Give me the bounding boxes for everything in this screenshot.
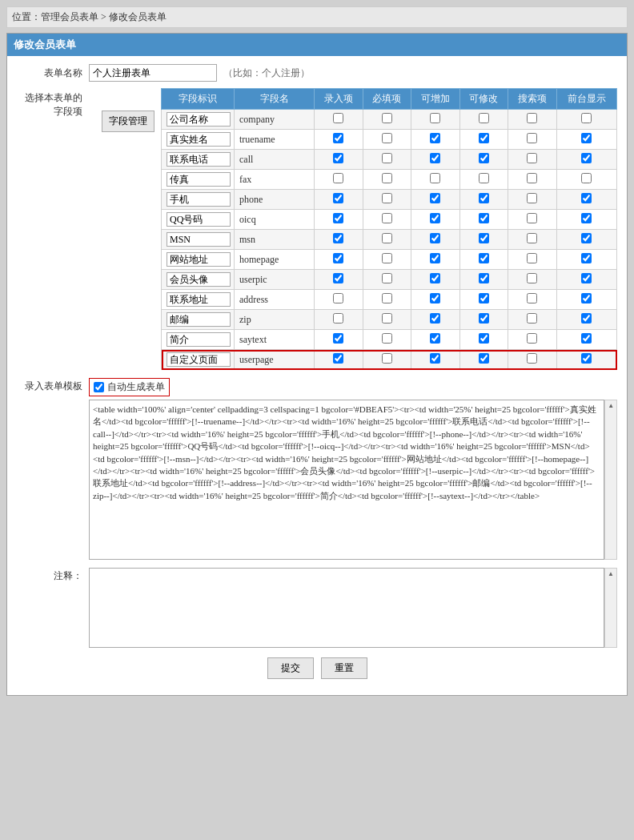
checkbox-required[interactable] <box>382 133 392 143</box>
checkbox-editable[interactable] <box>479 173 489 183</box>
checkbox-display[interactable] <box>581 213 592 223</box>
checkbox-searchable[interactable] <box>527 233 537 243</box>
checkbox-searchable[interactable] <box>527 113 537 123</box>
checkbox-editable[interactable] <box>479 113 489 123</box>
checkbox-rukuitem[interactable] <box>333 193 343 203</box>
field-label-input[interactable] <box>167 252 231 267</box>
checkbox-editable[interactable] <box>479 353 489 364</box>
form-name-input[interactable] <box>89 64 217 82</box>
checkbox-editable[interactable] <box>479 253 489 263</box>
checkbox-rukuitem[interactable] <box>333 333 343 344</box>
checkbox-display[interactable] <box>581 333 592 344</box>
field-label-input[interactable] <box>167 352 231 367</box>
checkbox-display[interactable] <box>581 273 592 283</box>
checkbox-searchable[interactable] <box>527 213 537 223</box>
field-label-input[interactable] <box>167 312 231 327</box>
checkbox-addable[interactable] <box>430 113 440 123</box>
checkbox-display[interactable] <box>581 293 592 303</box>
checkbox-addable[interactable] <box>430 333 440 344</box>
checkbox-required[interactable] <box>382 193 392 203</box>
field-label-input[interactable] <box>167 152 231 167</box>
template-scrollbar[interactable]: ▲ <box>604 400 617 560</box>
field-label-input[interactable] <box>167 112 231 127</box>
checkbox-searchable[interactable] <box>527 133 537 143</box>
checkbox-addable[interactable] <box>430 153 440 163</box>
checkbox-display[interactable] <box>581 153 592 163</box>
checkbox-required[interactable] <box>382 253 392 263</box>
notes-scroll-up-icon[interactable]: ▲ <box>608 570 614 577</box>
checkbox-addable[interactable] <box>430 353 440 364</box>
checkbox-required[interactable] <box>382 313 392 324</box>
checkbox-addable[interactable] <box>430 133 440 143</box>
field-label-input[interactable] <box>167 332 231 347</box>
checkbox-rukuitem[interactable] <box>333 353 343 364</box>
checkbox-addable[interactable] <box>430 313 440 324</box>
checkbox-required[interactable] <box>382 113 392 123</box>
checkbox-editable[interactable] <box>479 193 489 203</box>
field-label-input[interactable] <box>167 172 231 187</box>
checkbox-addable[interactable] <box>430 193 440 203</box>
checkbox-editable[interactable] <box>479 213 489 223</box>
checkbox-addable[interactable] <box>430 253 440 263</box>
checkbox-rukuitem[interactable] <box>333 293 343 303</box>
checkbox-display[interactable] <box>581 113 592 123</box>
checkbox-addable[interactable] <box>430 173 440 183</box>
checkbox-addable[interactable] <box>430 293 440 303</box>
checkbox-searchable[interactable] <box>527 353 537 364</box>
checkbox-searchable[interactable] <box>527 293 537 303</box>
checkbox-editable[interactable] <box>479 333 489 344</box>
checkbox-display[interactable] <box>581 353 592 364</box>
checkbox-rukuitem[interactable] <box>333 133 343 143</box>
field-label-input[interactable] <box>167 272 231 287</box>
template-textarea[interactable] <box>89 400 604 560</box>
checkbox-editable[interactable] <box>479 313 489 324</box>
field-label-input[interactable] <box>167 212 231 227</box>
checkbox-rukuitem[interactable] <box>333 253 343 263</box>
checkbox-display[interactable] <box>581 253 592 263</box>
checkbox-display[interactable] <box>581 133 592 143</box>
checkbox-searchable[interactable] <box>527 173 537 183</box>
checkbox-addable[interactable] <box>430 273 440 283</box>
checkbox-searchable[interactable] <box>527 253 537 263</box>
checkbox-required[interactable] <box>382 233 392 243</box>
reset-button[interactable]: 重置 <box>321 657 367 679</box>
checkbox-rukuitem[interactable] <box>333 313 343 324</box>
submit-button[interactable]: 提交 <box>267 657 314 679</box>
checkbox-rukuitem[interactable] <box>333 213 343 223</box>
checkbox-rukuitem[interactable] <box>333 113 343 123</box>
notes-textarea[interactable] <box>89 568 604 648</box>
field-mgmt-button[interactable]: 字段管理 <box>102 111 154 132</box>
checkbox-searchable[interactable] <box>527 313 537 324</box>
checkbox-required[interactable] <box>382 213 392 223</box>
checkbox-required[interactable] <box>382 293 392 303</box>
checkbox-searchable[interactable] <box>527 333 537 344</box>
checkbox-searchable[interactable] <box>527 153 537 163</box>
checkbox-editable[interactable] <box>479 233 489 243</box>
field-label-input[interactable] <box>167 132 231 147</box>
checkbox-rukuitem[interactable] <box>333 153 343 163</box>
checkbox-required[interactable] <box>382 153 392 163</box>
checkbox-addable[interactable] <box>430 233 440 243</box>
checkbox-display[interactable] <box>581 233 592 243</box>
checkbox-rukuitem[interactable] <box>333 273 343 283</box>
checkbox-editable[interactable] <box>479 153 489 163</box>
checkbox-required[interactable] <box>382 333 392 344</box>
checkbox-required[interactable] <box>382 273 392 283</box>
checkbox-display[interactable] <box>581 313 592 324</box>
checkbox-required[interactable] <box>382 353 392 364</box>
scroll-up-icon[interactable]: ▲ <box>608 402 614 409</box>
checkbox-searchable[interactable] <box>527 193 537 203</box>
checkbox-addable[interactable] <box>430 213 440 223</box>
checkbox-rukuitem[interactable] <box>333 233 343 243</box>
checkbox-display[interactable] <box>581 173 592 183</box>
field-label-input[interactable] <box>167 232 231 247</box>
checkbox-editable[interactable] <box>479 273 489 283</box>
notes-scrollbar[interactable]: ▲ <box>604 568 617 648</box>
checkbox-editable[interactable] <box>479 133 489 143</box>
checkbox-required[interactable] <box>382 173 392 183</box>
auto-gen-checkbox[interactable] <box>94 382 104 392</box>
checkbox-editable[interactable] <box>479 293 489 303</box>
field-label-input[interactable] <box>167 292 231 307</box>
checkbox-rukuitem[interactable] <box>333 173 343 183</box>
field-label-input[interactable] <box>167 192 231 207</box>
